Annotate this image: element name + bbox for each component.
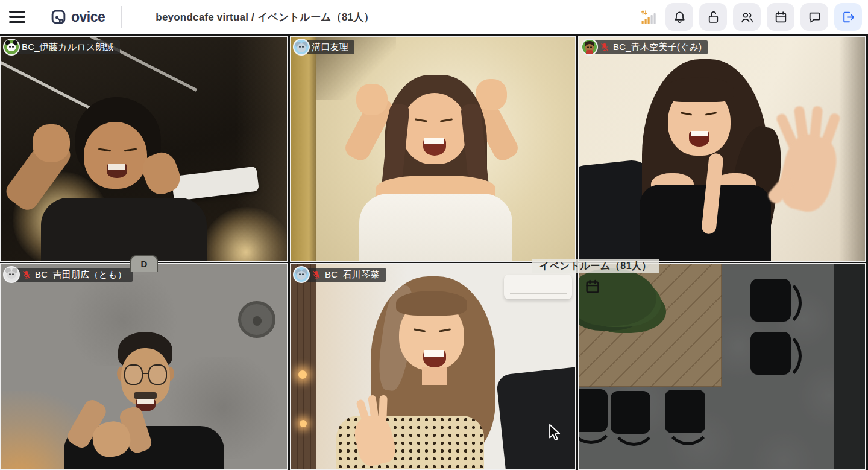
- palm-shape: [774, 130, 842, 217]
- avatar-elephant: [293, 39, 310, 56]
- menu-button[interactable]: [0, 0, 34, 34]
- map-zone-tag[interactable]: D: [130, 255, 158, 272]
- wood-slat-wall: [291, 264, 316, 469]
- mustache-shape: [134, 392, 157, 399]
- network-bars-icon: [640, 8, 658, 25]
- video-grid: BC_伊藤カルロス朗誠: [0, 34, 868, 470]
- teeth-shape: [424, 138, 444, 144]
- video-feed: [1, 37, 287, 261]
- participant-namebar: BC_石川琴菜: [293, 266, 386, 283]
- notifications-button[interactable]: [665, 3, 693, 31]
- avatar-elephant: [293, 266, 310, 283]
- participant-namebar: 溝口友理: [293, 39, 354, 56]
- network-status-indicator[interactable]: [637, 4, 662, 30]
- hamburger-icon: [9, 11, 25, 23]
- ovice-app: ovice beyondcafe virtual / イベントルーム（81人）: [0, 0, 868, 470]
- leave-button[interactable]: [834, 3, 862, 31]
- video-tile-aoki[interactable]: BC_青木空美子(ぐみ): [578, 36, 866, 262]
- video-feed: [579, 37, 865, 261]
- ovice-logo[interactable]: ovice: [34, 9, 121, 25]
- video-feed: [291, 264, 575, 469]
- chat-icon: [807, 10, 822, 25]
- ovice-logo-text: ovice: [71, 9, 105, 25]
- video-tile-mizoguchi[interactable]: 溝口友理: [290, 36, 576, 262]
- wall-band: [291, 37, 316, 261]
- calendar-icon: [583, 278, 602, 296]
- participant-namebar: BC_青木空美子(ぐみ): [581, 39, 708, 56]
- virtual-space-map[interactable]: [578, 263, 866, 470]
- slat-lamp: [300, 420, 307, 427]
- map-calendar-object[interactable]: [583, 278, 602, 298]
- bangs-shape: [396, 291, 467, 316]
- chair-back: [495, 366, 576, 470]
- calendar-icon: [773, 10, 788, 25]
- map-dim-overlay: [579, 264, 865, 469]
- video-feed: [1, 264, 287, 469]
- video-tile-ishikawa[interactable]: BC_石川琴菜: [290, 263, 576, 470]
- bell-icon: [672, 10, 687, 25]
- vent-dot: [253, 316, 262, 325]
- topbar: ovice beyondcafe virtual / イベントルーム（81人）: [0, 0, 868, 34]
- ac-vent-line: [510, 293, 567, 294]
- participant-name: 溝口友理: [312, 42, 348, 53]
- participant-name: BC_吉田朋広（とも）: [35, 269, 127, 281]
- participant-name: BC_石川琴菜: [325, 269, 380, 281]
- members-button[interactable]: [733, 3, 761, 31]
- participant-name: BC_青木空美子(ぐみ): [613, 42, 702, 53]
- glasses-bridge: [143, 373, 148, 375]
- mic-muted-icon: [600, 42, 609, 52]
- mic-muted-icon: [22, 270, 31, 279]
- avatar-koala: [3, 266, 20, 283]
- fist-shape: [356, 84, 388, 115]
- fist-shape: [476, 79, 507, 110]
- body-shape: [41, 198, 207, 262]
- map-floor: [579, 264, 865, 469]
- bangs-shape: [665, 77, 734, 102]
- teeth-shape: [424, 350, 444, 357]
- mouse-cursor: [549, 424, 562, 445]
- lock-open-icon: [706, 10, 721, 25]
- chat-button[interactable]: [800, 3, 828, 31]
- wall-shade: [236, 37, 287, 261]
- shirt-shape: [359, 194, 512, 262]
- video-feed: [291, 37, 575, 261]
- neck-shape: [422, 367, 447, 386]
- avatar-panda: [3, 39, 20, 56]
- map-room-label[interactable]: イベントルーム（81人）: [532, 259, 659, 273]
- video-tile-ito[interactable]: BC_伊藤カルロス朗誠: [0, 36, 288, 262]
- room-title: beyondcafe virtual / イベントルーム（81人）: [156, 10, 374, 24]
- avatar-person: [581, 39, 598, 56]
- participant-namebar: BC_吉田朋広（とも）: [3, 266, 133, 283]
- people-icon: [740, 10, 755, 25]
- participant-name: BC_伊藤カルロス朗誠: [22, 42, 114, 53]
- lock-button[interactable]: [699, 3, 727, 31]
- teeth-shape: [691, 131, 708, 137]
- teeth-shape: [137, 399, 154, 404]
- calendar-button[interactable]: [767, 3, 794, 31]
- ac-unit: [504, 275, 572, 299]
- video-tile-yoshida[interactable]: BC_吉田朋広（とも）: [0, 263, 288, 470]
- slat-lamp: [298, 370, 307, 379]
- glasses-lens: [148, 364, 167, 385]
- glasses-lens: [124, 364, 143, 385]
- wall-shade: [839, 37, 865, 261]
- leave-icon: [841, 10, 856, 25]
- divider: [121, 6, 122, 28]
- ovice-logo-icon: [51, 9, 67, 25]
- face-shape: [84, 122, 146, 189]
- hand-shape: [33, 124, 70, 162]
- participant-namebar: BC_伊藤カルロス朗誠: [3, 39, 120, 56]
- mic-muted-icon: [312, 270, 321, 279]
- teeth-shape: [108, 164, 125, 170]
